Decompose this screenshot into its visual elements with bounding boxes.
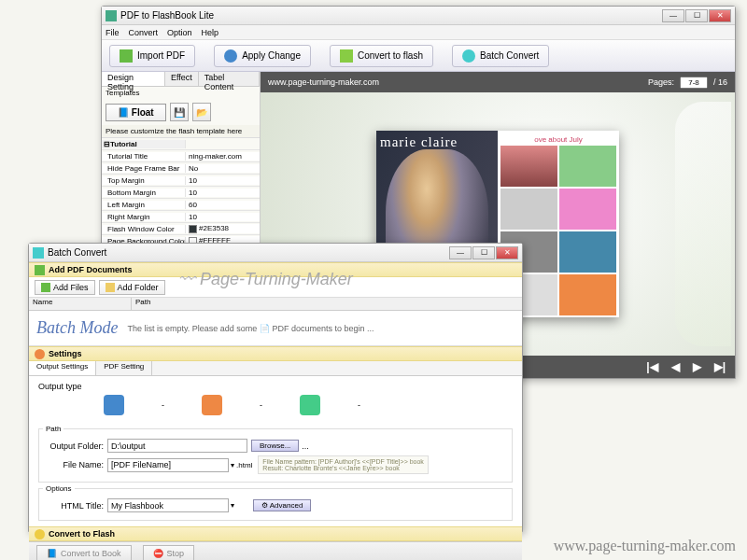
tab-output-settings[interactable]: Output Settings: [29, 361, 96, 375]
empty-list-msg: The list is empty. Please add some 📄 PDF…: [127, 324, 374, 333]
convert-section: Convert to Flash: [29, 526, 522, 541]
add-folder-button[interactable]: Add Folder: [99, 280, 165, 295]
template-row: 📘 Float 💾 📂: [102, 99, 260, 125]
output-folder-input[interactable]: [107, 439, 247, 453]
page-total: / 16: [713, 77, 727, 87]
menu-help[interactable]: Help: [202, 28, 219, 37]
open-template-button[interactable]: 📂: [192, 103, 211, 121]
flash-icon: [340, 49, 353, 63]
add-icon: [35, 265, 45, 275]
main-toolbar: Import PDF Apply Change Convert to flash…: [102, 40, 735, 72]
tab-design-setting[interactable]: Design Setting: [102, 72, 165, 86]
footer-url: www.page-turning-maker.com: [554, 538, 736, 554]
apply-change-button[interactable]: Apply Change: [214, 45, 311, 67]
batch-app-icon: [33, 247, 44, 259]
batch-minimize-button[interactable]: —: [449, 246, 472, 259]
browse-button[interactable]: Browse...: [251, 440, 299, 452]
pages-label: Pages:: [648, 77, 674, 87]
settings-body: Output type - - - Path Output Folder: Br…: [29, 376, 522, 526]
file-name-input[interactable]: [107, 458, 229, 472]
property-row[interactable]: Hide Page Frame BarNo: [102, 162, 260, 175]
next-page-button[interactable]: ▶: [693, 360, 701, 373]
float-template-button[interactable]: 📘 Float: [106, 104, 166, 121]
flower-decoration: [675, 102, 731, 346]
menu-convert[interactable]: Convert: [129, 28, 159, 37]
add-files-icon: [41, 283, 50, 292]
prev-page-button[interactable]: ◀: [671, 360, 680, 373]
first-page-button[interactable]: |◀: [646, 360, 657, 373]
app-icon: [106, 10, 117, 21]
advanced-button[interactable]: ⚙ Advanced: [253, 499, 311, 511]
magazine-right-headline: ove about July: [500, 135, 616, 144]
import-pdf-button[interactable]: Import PDF: [109, 45, 195, 67]
tab-table-content[interactable]: Tabel Content: [199, 72, 260, 86]
batch-titlebar: Batch Convert — ☐ ✕: [29, 244, 522, 262]
convert-to-book-button[interactable]: 📘 Convert to Book: [36, 545, 132, 561]
preview-url: www.page-turning-maker.com: [268, 77, 379, 87]
batch-mode-label: Batch Mode: [36, 318, 118, 338]
property-row[interactable]: ⊟Tutorial: [102, 138, 260, 150]
window-title: PDF to FlashBook Lite: [120, 10, 214, 21]
close-button[interactable]: ✕: [709, 9, 731, 22]
minimize-button[interactable]: —: [662, 9, 684, 22]
batch-maximize-button[interactable]: ☐: [472, 246, 495, 259]
add-row: Add Files Add Folder 〰 Page-Turning-Make…: [29, 277, 522, 298]
preview-header: www.page-turning-maker.com Pages: / 16: [261, 72, 735, 92]
save-template-button[interactable]: 💾: [170, 103, 189, 121]
property-row[interactable]: Right Margin10: [102, 211, 260, 223]
output-type-row: - - -: [38, 391, 513, 423]
gear-icon: [35, 349, 45, 359]
main-titlebar: PDF to FlashBook Lite — ☐ ✕: [102, 7, 735, 25]
file-list-body: Batch Mode The list is empty. Please add…: [29, 311, 522, 346]
batch-close-button[interactable]: ✕: [496, 246, 518, 259]
convert-row: 📘 Convert to Book ⛔ Stop: [29, 541, 522, 560]
property-row[interactable]: Flash Window Color#2E3538: [102, 223, 260, 235]
convert-icon: [35, 529, 45, 539]
stop-button[interactable]: ⛔ Stop: [143, 545, 195, 561]
filename-hint: File Name pattern: [PDF Author]'s <<[PDF…: [258, 455, 429, 474]
import-icon: [120, 49, 133, 63]
templates-label: Templates: [102, 87, 260, 99]
path-fieldset: Path Output Folder: Browse...... File Na…: [38, 425, 513, 483]
tab-pdf-setting[interactable]: PDF Setting: [96, 361, 152, 375]
convert-to-flash-button[interactable]: Convert to flash: [330, 45, 433, 67]
batch-icon: [462, 49, 475, 63]
html-title-input[interactable]: [107, 498, 229, 512]
batch-title: Batch Convert: [48, 247, 106, 258]
output-exe-icon[interactable]: [300, 395, 320, 415]
maximize-button[interactable]: ☐: [685, 9, 708, 22]
property-row[interactable]: Top Margin10: [102, 175, 260, 187]
refresh-icon: [224, 49, 237, 63]
property-row[interactable]: Bottom Margin10: [102, 187, 260, 199]
output-zip-icon[interactable]: [202, 395, 222, 415]
batch-convert-button[interactable]: Batch Convert: [452, 45, 549, 67]
page-input[interactable]: [680, 77, 708, 89]
options-fieldset: Options HTML Title: ▾ ⚙ Advanced: [38, 484, 513, 521]
add-docs-section: Add PDF Documents: [29, 262, 522, 277]
file-ext: .html: [236, 461, 252, 469]
add-files-button[interactable]: Add Files: [35, 280, 95, 295]
output-html-icon[interactable]: [104, 395, 124, 415]
output-folder-label: Output Folder:: [43, 441, 104, 451]
col-name[interactable]: Name: [29, 298, 132, 310]
file-list-header: Name Path: [29, 298, 522, 311]
last-page-button[interactable]: ▶|: [714, 360, 726, 373]
menubar: File Convert Option Help: [102, 25, 735, 40]
add-folder-icon: [106, 283, 115, 292]
output-type-label: Output type: [38, 382, 513, 391]
tab-effect[interactable]: Effect: [165, 72, 199, 86]
col-path[interactable]: Path: [132, 298, 150, 310]
property-row[interactable]: Tutorial Titlening-maker.com: [102, 150, 260, 162]
menu-file[interactable]: File: [106, 28, 120, 37]
property-row[interactable]: Left Margin60: [102, 199, 260, 211]
file-name-label: File Name:: [43, 460, 104, 469]
customize-note: Please customize the flash template here: [102, 125, 260, 138]
menu-option[interactable]: Option: [167, 28, 192, 37]
html-title-label: HTML Title:: [43, 501, 104, 511]
output-tabs: Output Settings PDF Setting: [29, 361, 522, 376]
batch-window: Batch Convert — ☐ ✕ Add PDF Documents Ad…: [28, 243, 523, 532]
settings-section: Settings: [29, 346, 522, 361]
side-tabs: Design Setting Effect Tabel Content: [102, 72, 260, 87]
